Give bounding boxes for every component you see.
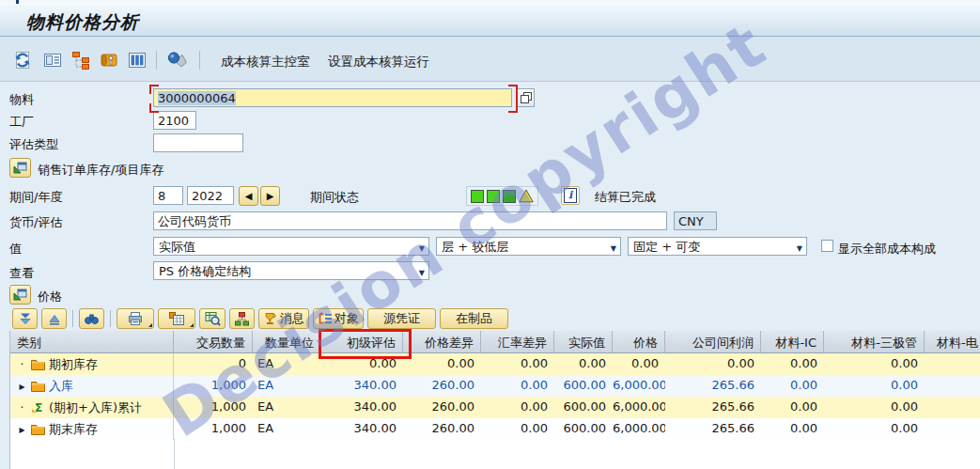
value-cell[interactable]: 265.66 <box>665 418 761 440</box>
costing-cockpit-button[interactable]: 成本核算主控室 <box>210 50 320 72</box>
column-header[interactable]: 交易数量 <box>174 331 253 352</box>
value-cell[interactable]: 340.00 <box>321 397 403 418</box>
value-cell[interactable]: 0.00 <box>665 353 761 375</box>
column-header[interactable]: 价格 <box>613 331 665 352</box>
category-cell[interactable]: ·期初库存 <box>10 353 174 375</box>
value-cell[interactable]: 0.00 <box>824 353 925 375</box>
value-cell[interactable]: 0.00 <box>481 418 554 440</box>
value-cell[interactable]: 0.00 <box>481 353 554 375</box>
column-header[interactable]: 材料-三极管 <box>824 331 925 352</box>
view-dropdown[interactable]: PS 价格确定结构 <box>153 261 429 280</box>
value-cell[interactable]: 0.00 <box>761 397 824 418</box>
currency-valuation-input[interactable]: 公司代码货币 <box>153 211 667 230</box>
column-header[interactable]: 汇率差异 <box>481 331 554 352</box>
detail-display-icon[interactable] <box>41 49 64 71</box>
value-cell[interactable]: 0.00 <box>761 375 824 397</box>
value-cell[interactable] <box>925 418 980 440</box>
objects-button[interactable]: 对象 <box>313 308 364 329</box>
value-cell[interactable]: 6,000.00 <box>613 375 665 397</box>
plant-input[interactable]: 2100 <box>153 111 196 130</box>
refresh-icon[interactable] <box>11 49 34 71</box>
period-year-input[interactable]: 2022 <box>187 186 234 205</box>
columns-icon[interactable] <box>126 49 148 71</box>
value-cell[interactable]: 600.00 <box>554 418 613 440</box>
value-cell[interactable]: 340.00 <box>321 418 403 440</box>
value-cell[interactable]: 0.00 <box>824 418 925 440</box>
messages-button[interactable]: 消息 <box>258 308 309 329</box>
unit-cell[interactable]: EA <box>253 375 321 397</box>
table-row[interactable]: ▸入库1,000EA340.00260.000.00600.006,000.00… <box>10 375 980 397</box>
value-cell[interactable]: 600.00 <box>554 397 613 418</box>
value-cell[interactable]: 0.00 <box>761 353 824 375</box>
search-table-button[interactable] <box>199 308 226 329</box>
unit-cell[interactable]: EA <box>253 353 321 375</box>
value-cell[interactable]: 6,000.00 <box>613 418 665 440</box>
costing-run-settings-button[interactable]: 设置成本核算运行 <box>318 50 440 72</box>
value-cell[interactable] <box>925 375 980 397</box>
column-header[interactable]: 数量单位 <box>253 331 321 352</box>
quantity-cell[interactable]: 1,000 <box>174 418 253 440</box>
fixed-variable-dropdown[interactable]: 固定 + 可变 <box>628 237 807 256</box>
previous-period-button[interactable]: ◀ <box>239 186 258 206</box>
value-cell[interactable]: 0.00 <box>554 353 613 375</box>
column-header[interactable]: 类别 <box>10 331 174 352</box>
source-document-button[interactable]: 源凭证 <box>367 308 436 329</box>
value-cell[interactable]: 260.00 <box>403 375 481 397</box>
column-header[interactable]: 材料-电 <box>925 331 980 352</box>
value-cell[interactable]: 6,000.00 <box>613 397 665 418</box>
column-header[interactable]: 实际值 <box>554 331 613 352</box>
hierarchy-display-button[interactable] <box>229 308 255 329</box>
wip-button[interactable]: 在制品 <box>440 308 508 329</box>
column-header[interactable]: 价格差异 <box>403 331 481 352</box>
valuation-type-input[interactable] <box>153 133 243 152</box>
expand-arrow-icon[interactable]: ▸ <box>17 419 27 440</box>
layout-button[interactable] <box>158 308 195 329</box>
matchcode-icon[interactable] <box>516 88 535 107</box>
category-cell[interactable]: ▸入库 <box>10 375 174 397</box>
value-cell[interactable]: 340.00 <box>321 375 403 397</box>
quantity-cell[interactable]: 1,000 <box>174 397 253 418</box>
material-input[interactable]: 3000000064 <box>153 88 512 107</box>
value-cell[interactable]: 0.00 <box>481 375 554 397</box>
value-type-dropdown[interactable]: 实际值 <box>153 237 429 256</box>
value-cell[interactable]: 265.66 <box>665 397 761 418</box>
expand-arrow-icon[interactable]: ▸ <box>17 376 27 397</box>
column-header[interactable]: 公司间利润 <box>665 331 761 352</box>
find-button[interactable] <box>79 308 104 329</box>
unit-cell[interactable]: EA <box>253 418 321 440</box>
next-period-button[interactable]: ▶ <box>260 186 280 206</box>
value-cell[interactable] <box>925 353 980 375</box>
value-cell[interactable]: 265.66 <box>665 375 761 397</box>
value-cell[interactable]: 0.00 <box>824 375 925 397</box>
unit-cell[interactable]: EA <box>253 397 321 418</box>
value-cell[interactable]: 260.00 <box>403 418 481 440</box>
category-cell[interactable]: ·Σ(期初+入库)累计 <box>10 397 174 418</box>
category-cell[interactable]: ▸期末库存 <box>10 418 174 440</box>
collapse-tray-icon[interactable] <box>9 158 31 178</box>
collapse-all-button[interactable] <box>41 308 67 329</box>
table-row[interactable]: ▸期末库存1,000EA340.00260.000.00600.006,000.… <box>10 418 980 440</box>
period-month-input[interactable]: 8 <box>153 186 183 205</box>
value-cell[interactable]: 260.00 <box>403 397 481 418</box>
info-icon[interactable]: i <box>561 186 580 205</box>
show-all-cost-components-checkbox[interactable] <box>821 240 833 252</box>
layer-dropdown[interactable]: 层 + 较低层 <box>436 237 621 256</box>
table-row[interactable]: ·Σ(期初+入库)累计1,000EA340.00260.000.00600.00… <box>10 397 980 418</box>
value-cell[interactable]: 0.00 <box>481 397 554 418</box>
value-cell[interactable]: 0.00 <box>613 353 665 375</box>
value-cell[interactable]: 0.00 <box>761 418 824 440</box>
value-cell[interactable]: 0.00 <box>824 397 925 418</box>
quantity-cell[interactable]: 0 <box>174 353 253 375</box>
column-header[interactable]: 材料-IC <box>761 331 824 352</box>
value-cell[interactable]: 0.00 <box>403 353 481 375</box>
drum-key-icon[interactable] <box>98 49 120 71</box>
collapse-tray-icon[interactable] <box>9 285 31 305</box>
quantity-cell[interactable]: 1,000 <box>174 375 253 397</box>
value-cell[interactable]: 600.00 <box>554 375 613 397</box>
camera-icon[interactable] <box>165 49 188 71</box>
hierarchy-icon[interactable] <box>70 49 92 71</box>
expand-all-button[interactable] <box>12 308 38 329</box>
print-button[interactable] <box>117 308 154 329</box>
value-cell[interactable] <box>925 397 980 418</box>
table-row[interactable]: ·期初库存0EA0.000.000.000.000.000.000.000.00 <box>10 353 980 375</box>
